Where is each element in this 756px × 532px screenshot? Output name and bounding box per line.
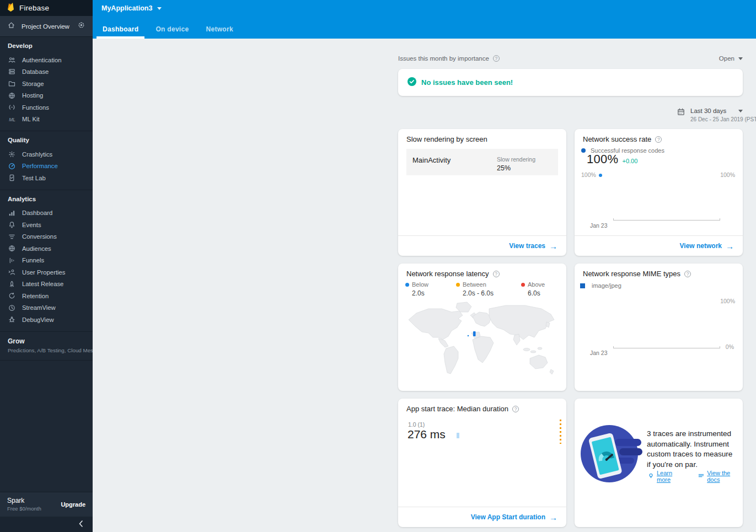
card-title: Slow rendering by screen bbox=[406, 135, 487, 143]
sidebar-spacer bbox=[0, 361, 93, 492]
median-duration-value: 276 ms bbox=[408, 428, 446, 441]
sidebar-item-storage[interactable]: Storage bbox=[0, 78, 93, 90]
sidebar-item-performance[interactable]: Performance bbox=[0, 160, 93, 173]
user-properties-icon bbox=[8, 268, 16, 276]
latency-legend: Below2.0sBetween2.0s - 6.0sAbove6.0s bbox=[405, 281, 560, 297]
card-network-response-latency: Network response latency ? Below2.0sBetw… bbox=[398, 264, 566, 391]
sidebar-item-retention[interactable]: Retention bbox=[0, 290, 93, 302]
sidebar-item-label: Audiences bbox=[22, 245, 51, 252]
card-traces-promo: 3 traces are instrumented automatically.… bbox=[575, 399, 743, 527]
legend-dot-icon bbox=[521, 283, 525, 287]
learn-more-link[interactable]: Learn more bbox=[647, 470, 686, 483]
plan-name: Spark bbox=[7, 497, 41, 504]
section-title: Analytics bbox=[8, 196, 85, 202]
help-icon[interactable]: ? bbox=[655, 136, 662, 143]
plan-bar: Spark Free $0/month Upgrade bbox=[0, 492, 93, 517]
home-icon bbox=[7, 21, 15, 31]
sidebar-item-conversions[interactable]: Conversions bbox=[0, 231, 93, 243]
date-range-row: Last 30 days 26 Dec - 25 Jan 2019 (PST) bbox=[398, 108, 743, 122]
sidebar-item-authentication[interactable]: Authentication bbox=[0, 54, 93, 66]
arrow-right-icon: → bbox=[549, 242, 557, 250]
sidebar: Firebase Project Overview DevelopAuthent… bbox=[0, 0, 93, 532]
sidebar-item-label: Test Lab bbox=[22, 175, 46, 181]
sidebar-item-label: DebugView bbox=[22, 316, 54, 323]
retention-icon bbox=[8, 292, 16, 300]
streamview-icon bbox=[8, 304, 16, 312]
collapse-chevron-icon[interactable] bbox=[78, 519, 83, 529]
view-the-docs-link[interactable]: View the docs bbox=[698, 470, 743, 483]
card-network-response-mime-types: Network response MIME types ? image/jpeg… bbox=[575, 264, 743, 391]
view-app-start-duration-link[interactable]: View App Start duration bbox=[471, 513, 545, 521]
x-axis-date-label: Jan 23 bbox=[590, 350, 608, 356]
tab-dashboard[interactable]: Dashboard bbox=[101, 20, 140, 39]
crashlytics-icon bbox=[8, 150, 16, 158]
help-icon[interactable]: ? bbox=[684, 271, 691, 277]
table-row[interactable]: MainActivity Slow rendering 25% bbox=[406, 149, 558, 175]
help-icon[interactable]: ? bbox=[512, 406, 519, 412]
map-greenland bbox=[456, 302, 471, 312]
hosting-icon bbox=[8, 92, 16, 100]
calendar-icon bbox=[677, 108, 685, 119]
sidebar-item-label: Database bbox=[22, 68, 49, 75]
legend-label: Between bbox=[463, 281, 486, 288]
data-point-icon bbox=[599, 174, 602, 177]
sidebar-item-label: Funnels bbox=[22, 257, 44, 264]
sidebar-item-label: User Properties bbox=[22, 269, 65, 276]
issues-filter-dropdown[interactable]: Open bbox=[719, 55, 743, 62]
sidebar-nav: DevelopAuthenticationDatabaseStorageHost… bbox=[0, 37, 93, 332]
view-traces-link[interactable]: View traces bbox=[509, 242, 545, 250]
sidebar-item-funnels[interactable]: Funnels bbox=[0, 255, 93, 267]
svg-text:ML: ML bbox=[9, 116, 15, 122]
version-count-label: 1.0 (1) bbox=[408, 421, 425, 428]
card-title: App start trace: Median duration bbox=[406, 405, 508, 413]
database-icon bbox=[8, 68, 16, 76]
sidebar-item-debugview[interactable]: DebugView bbox=[0, 314, 93, 326]
sidebar-item-project-overview[interactable]: Project Overview bbox=[0, 16, 93, 37]
events-icon bbox=[8, 221, 16, 229]
map-marker-portugal bbox=[473, 331, 476, 336]
sidebar-item-hosting[interactable]: Hosting bbox=[0, 90, 93, 102]
view-network-link[interactable]: View network bbox=[680, 242, 722, 250]
sidebar-item-label: ML Kit bbox=[22, 116, 40, 122]
sidebar-item-ml-kit[interactable]: MLML Kit bbox=[0, 114, 93, 126]
audiences-icon bbox=[8, 244, 16, 252]
help-icon[interactable]: ? bbox=[493, 55, 500, 62]
threshold-dashed-line bbox=[560, 420, 561, 444]
sidebar-item-database[interactable]: Database bbox=[0, 66, 93, 78]
tab-on-device[interactable]: On device bbox=[154, 20, 190, 39]
firebase-flame-icon bbox=[7, 2, 14, 14]
upgrade-button[interactable]: Upgrade bbox=[61, 501, 85, 508]
date-range-selector[interactable]: Last 30 days 26 Dec - 25 Jan 2019 (PST) bbox=[677, 108, 743, 122]
app-header: MyApplication3 Dashboard On device Netwo… bbox=[93, 0, 756, 39]
sidebar-item-test-lab[interactable]: Test Lab bbox=[0, 172, 93, 184]
sidebar-item-label: StreamView bbox=[22, 304, 56, 311]
map-australia bbox=[530, 355, 548, 369]
sidebar-item-events[interactable]: Events bbox=[0, 219, 93, 231]
sidebar-item-functions[interactable]: Functions bbox=[0, 101, 93, 114]
legend-dot-icon bbox=[456, 283, 460, 287]
sidebar-item-crashlytics[interactable]: Crashlytics bbox=[0, 148, 93, 160]
sidebar-item-user-properties[interactable]: User Properties bbox=[0, 266, 93, 278]
collapse-bar[interactable] bbox=[0, 517, 93, 532]
sidebar-item-latest-release[interactable]: Latest Release bbox=[0, 278, 93, 291]
y-axis-right-label: 100% bbox=[720, 171, 735, 178]
tab-network[interactable]: Network bbox=[205, 20, 234, 39]
world-map[interactable] bbox=[406, 301, 558, 381]
sidebar-section-grow[interactable]: Grow Predictions, A/B Testing, Cloud Mes… bbox=[0, 332, 93, 361]
issues-label: Issues this month by importance bbox=[398, 55, 489, 62]
sidebar-section-quality: QualityCrashlyticsPerformanceTest Lab bbox=[0, 131, 93, 190]
promo-text: 3 traces are instrumented automatically.… bbox=[647, 429, 736, 470]
firebase-brand[interactable]: Firebase bbox=[0, 0, 93, 16]
banner-text: No issues have been seen! bbox=[421, 78, 513, 87]
legend-value: 2.0s bbox=[412, 289, 456, 297]
metric-label: Slow rendering bbox=[497, 156, 552, 163]
sidebar-item-dashboard[interactable]: Dashboard bbox=[0, 207, 93, 219]
success-rate-value: 100% bbox=[587, 152, 618, 166]
legend-label: Below bbox=[412, 281, 428, 288]
firebase-console: Firebase Project Overview DevelopAuthent… bbox=[0, 0, 756, 532]
sidebar-item-audiences[interactable]: Audiences bbox=[0, 243, 93, 255]
help-icon[interactable]: ? bbox=[493, 271, 500, 277]
sidebar-item-streamview[interactable]: StreamView bbox=[0, 302, 93, 314]
app-selector[interactable]: MyApplication3 bbox=[101, 4, 162, 12]
gear-icon[interactable] bbox=[77, 21, 85, 31]
